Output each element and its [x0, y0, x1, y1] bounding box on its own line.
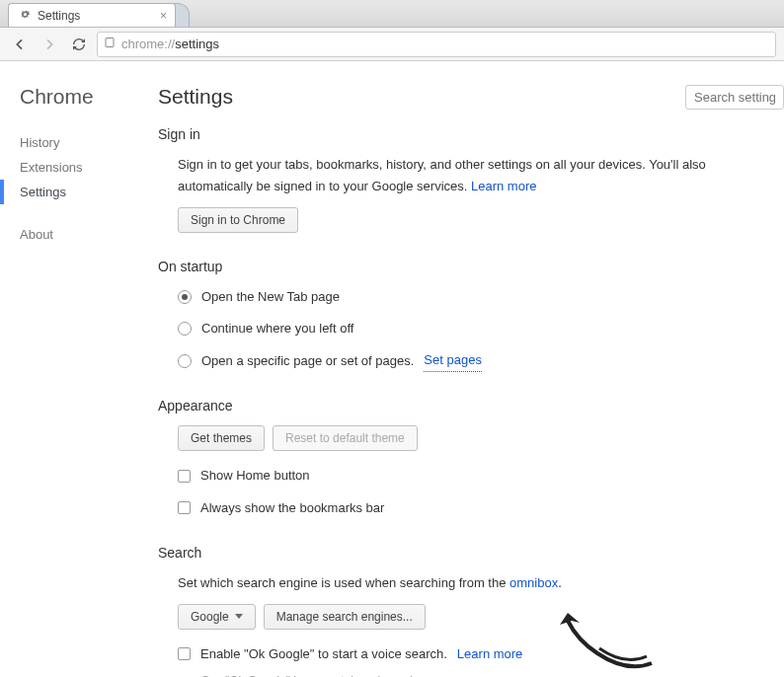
sidebar-title: Chrome	[20, 85, 148, 109]
url-bar[interactable]: chrome://settings	[97, 32, 776, 57]
show-home-checkbox[interactable]: Show Home button	[178, 465, 774, 487]
sidebar-item-about[interactable]: About	[20, 222, 148, 247]
signin-body: Sign in to get your tabs, bookmarks, his…	[178, 157, 706, 193]
forward-button[interactable]	[38, 33, 61, 56]
search-settings-input[interactable]	[685, 85, 784, 110]
page-title: Settings	[158, 85, 233, 109]
checkbox-icon	[178, 470, 191, 483]
browser-tab[interactable]: Settings ×	[8, 3, 176, 27]
section-title-signin: Sign in	[158, 126, 774, 142]
section-title-search: Search	[158, 545, 774, 561]
section-startup: On startup Open the New Tab page Continu…	[158, 259, 774, 372]
set-pages-link[interactable]: Set pages	[424, 349, 482, 372]
section-title-appearance: Appearance	[158, 398, 774, 414]
section-title-startup: On startup	[158, 259, 774, 274]
checkbox-icon	[178, 647, 191, 660]
radio-label: Open the New Tab page	[201, 286, 340, 308]
sidebar-item-history[interactable]: History	[20, 130, 148, 155]
reload-button[interactable]	[67, 33, 91, 56]
settings-content: Settings Sign in Sign in to get your tab…	[148, 61, 784, 677]
tab-title: Settings	[38, 9, 80, 23]
page-icon	[104, 37, 116, 51]
new-tab-button[interactable]	[174, 3, 190, 27]
sidebar: Chrome History Extensions Settings About	[0, 61, 148, 677]
radio-icon	[178, 322, 192, 336]
omnibox-link[interactable]: omnibox	[510, 575, 558, 590]
startup-radio-continue[interactable]: Continue where you left off	[178, 318, 774, 339]
sidebar-item-extensions[interactable]: Extensions	[20, 155, 148, 180]
checkbox-label: Enable "Ok Google" to start a voice sear…	[200, 643, 447, 665]
close-icon[interactable]: ×	[160, 9, 167, 23]
radio-label: Open a specific page or set of pages.	[201, 350, 414, 372]
search-body: Set which search engine is used when sea…	[178, 575, 510, 590]
checkbox-icon	[178, 501, 191, 514]
section-search: Search Set which search engine is used w…	[158, 545, 774, 677]
ok-google-checkbox[interactable]: Enable "Ok Google" to start a voice sear…	[178, 643, 774, 665]
radio-label: Continue where you left off	[201, 318, 353, 339]
signin-learn-more-link[interactable]: Learn more	[471, 179, 536, 193]
ok-google-learn-more-link[interactable]: Learn more	[457, 643, 522, 665]
manage-search-engines-button[interactable]: Manage search engines...	[264, 604, 426, 630]
startup-radio-newtab[interactable]: Open the New Tab page	[178, 286, 774, 308]
svg-rect-0	[106, 38, 114, 47]
nav-bar: chrome://settings	[0, 28, 784, 61]
url-text: chrome://settings	[121, 37, 219, 51]
tab-bar: Settings ×	[0, 0, 784, 28]
sidebar-item-settings[interactable]: Settings	[0, 180, 148, 204]
signin-button[interactable]: Sign in to Chrome	[178, 207, 298, 233]
radio-icon	[178, 354, 192, 368]
back-button[interactable]	[8, 33, 32, 56]
startup-radio-specific[interactable]: Open a specific page or set of pages. Se…	[178, 349, 774, 372]
gear-icon	[19, 8, 32, 24]
radio-icon	[178, 290, 192, 304]
show-bookmarks-checkbox[interactable]: Always show the bookmarks bar	[178, 497, 774, 519]
ok-google-hint: Say "Ok Google" in a new tab and google.…	[201, 671, 774, 677]
main-content: Chrome History Extensions Settings About…	[0, 61, 784, 677]
checkbox-label: Always show the bookmarks bar	[200, 497, 384, 519]
section-signin: Sign in Sign in to get your tabs, bookma…	[158, 126, 774, 233]
reset-theme-button[interactable]: Reset to default theme	[273, 425, 418, 451]
search-engine-dropdown[interactable]: Google	[178, 604, 256, 630]
section-appearance: Appearance Get themes Reset to default t…	[158, 398, 774, 518]
get-themes-button[interactable]: Get themes	[178, 425, 265, 451]
checkbox-label: Show Home button	[200, 465, 310, 487]
